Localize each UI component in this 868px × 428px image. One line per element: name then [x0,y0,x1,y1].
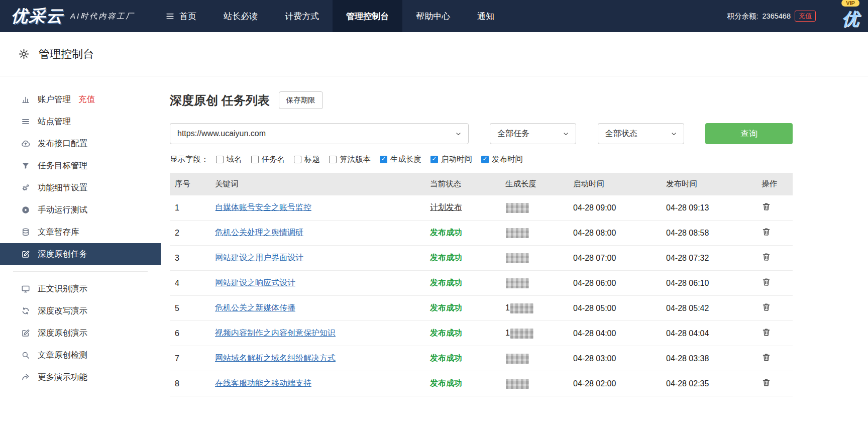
vip-widget[interactable]: VIP 优 [836,0,865,32]
sidebar-item-label: 文章原创检测 [38,350,87,361]
nav-items: 首页 站长必读 计费方式 管理控制台 帮助中心 通知 [152,0,508,32]
section-title: 深度原创 任务列表 [170,92,270,109]
sidebar-item-items-5[interactable]: 手动运行测试 [0,199,161,221]
keyword-link[interactable]: 网站域名解析之域名纠纷解决方式 [215,354,336,362]
page-header: 管理控制台 [0,32,868,76]
length-visible-digits: 1 [505,303,510,312]
keyword-link[interactable]: 危机公关之新媒体传播 [215,303,295,312]
start-time: 04-28 04:00 [568,321,661,346]
sidebar-item-label: 正文识别演示 [38,283,87,294]
checkbox-label: 算法版本 [340,154,371,165]
nav-item-2[interactable]: 计费方式 [271,0,333,32]
checkbox-label: 生成长度 [390,154,421,165]
display-field-checkbox[interactable]: 生成长度 [380,154,421,165]
masked-value [506,278,529,288]
delete-button[interactable] [762,302,771,312]
generation-length-cell [500,195,568,221]
checkbox-box [329,156,337,163]
publish-time: 04-28 08:58 [661,221,756,246]
logo-text: 优采云 [11,5,64,28]
arrow-right-icon [21,373,30,382]
display-field-checkbox[interactable]: 任务名 [251,154,285,165]
publish-time: 04-28 02:35 [661,371,756,396]
trash-icon [762,252,771,262]
filter-row: https://www.ucaiyun.com 全部任务 全部状态 查询 [170,123,793,144]
recharge-link[interactable]: 充值 [78,94,95,105]
keyword-link[interactable]: 在线客服功能之移动端支持 [215,379,311,387]
start-time: 04-28 02:00 [568,371,661,396]
row-index: 6 [170,321,210,346]
delete-button[interactable] [762,378,771,387]
generation-length-cell [500,221,568,246]
display-field-checkbox[interactable]: 启动时间 [430,154,472,165]
status-select[interactable]: 全部状态 [598,123,684,144]
domain-select[interactable]: https://www.ucaiyun.com [170,123,469,144]
display-fields-list: 域名 任务名 标题 算法版本 生成长度 启动时间 发布时间 [216,154,532,165]
nav-item-3[interactable]: 管理控制台 [333,0,402,32]
nav-item-label: 管理控制台 [346,11,389,22]
checkbox-box [251,156,259,163]
generation-length-cell: 1 [500,321,568,346]
delete-button[interactable] [762,328,771,337]
domain-select-value: https://www.ucaiyun.com [177,129,266,138]
table-row: 4 网站建设之响应式设计 发布成功 04-28 06:00 04-28 06:1… [170,271,793,296]
keyword-link[interactable]: 网站建设之响应式设计 [215,278,295,287]
start-time: 04-28 09:00 [568,195,661,221]
delete-button[interactable] [762,252,771,262]
nav-item-0[interactable]: 首页 [152,0,210,32]
sidebar-item-items-0[interactable]: 账户管理 充值 [0,88,161,111]
sidebar-item-items-7[interactable]: 深度原创任务 [0,243,161,265]
sidebar-item-demo_items-3[interactable]: 文章原创检测 [0,344,161,366]
status-text: 发布成功 [430,303,462,312]
points-balance: 积分余额: 2365468 充值 [727,0,816,32]
status-text: 发布成功 [430,379,462,387]
nav-item-label: 首页 [179,11,196,22]
status-select-value: 全部状态 [605,129,637,139]
nav-item-label: 通知 [477,11,494,22]
nav-item-4[interactable]: 帮助中心 [402,0,464,32]
masked-value [510,303,533,313]
delete-button[interactable] [762,277,771,287]
page-title: 管理控制台 [39,47,94,62]
sidebar-item-demo_items-0[interactable]: 正文识别演示 [0,278,161,300]
recharge-badge[interactable]: 充值 [795,11,816,22]
delete-button[interactable] [762,353,771,362]
generation-length-cell [500,246,568,271]
chevron-down-icon [562,130,570,138]
masked-value [506,253,529,263]
display-field-checkbox[interactable]: 域名 [216,154,242,165]
keyword-link[interactable]: 危机公关处理之舆情调研 [215,228,303,237]
nav-item-1[interactable]: 站长必读 [210,0,271,32]
status-text[interactable]: 计划发布 [430,203,462,211]
sidebar-item-demo_items-1[interactable]: 深度改写演示 [0,300,161,322]
publish-time: 04-28 06:10 [661,271,756,296]
vip-badge: VIP [841,0,859,7]
save-period-button[interactable]: 保存期限 [279,91,323,109]
keyword-link[interactable]: 视频内容制作之内容创意保护知识 [215,329,336,337]
sidebar-item-items-6[interactable]: 文章暂存库 [0,221,161,243]
task-type-select[interactable]: 全部任务 [490,123,576,144]
sidebar-item-demo_items-2[interactable]: 深度原创演示 [0,322,161,344]
delete-button[interactable] [762,227,771,237]
display-field-checkbox[interactable]: 发布时间 [481,154,523,165]
sidebar-item-items-1[interactable]: 站点管理 [0,111,161,133]
logo[interactable]: 优采云 AI时代内容工厂 [11,0,135,32]
sidebar-item-items-3[interactable]: 任务目标管理 [0,155,161,177]
table-row: 8 在线客服功能之移动端支持 发布成功 04-28 02:00 04-28 02… [170,371,793,396]
nav-item-5[interactable]: 通知 [464,0,508,32]
display-field-checkbox[interactable]: 标题 [294,154,320,165]
delete-button[interactable] [762,202,771,211]
table-row: 5 危机公关之新媒体传播 发布成功 1 04-28 05:00 04-28 05… [170,296,793,321]
sidebar-item-items-4[interactable]: 功能细节设置 [0,177,161,199]
sidebar-item-demo_items-4[interactable]: 更多演示功能 [0,366,161,388]
sidebar-item-items-2[interactable]: 发布接口配置 [0,133,161,155]
display-field-checkbox[interactable]: 算法版本 [329,154,371,165]
query-button[interactable]: 查询 [705,123,793,144]
length-visible-digits: 1 [505,329,510,337]
keyword-link[interactable]: 网站建设之用户界面设计 [215,253,303,262]
task-table: 序号关键词当前状态生成长度启动时间发布时间操作 1 自媒体账号安全之账号监控 计… [170,173,793,396]
keyword-link[interactable]: 自媒体账号安全之账号监控 [215,203,311,211]
row-index: 4 [170,271,210,296]
row-index: 1 [170,195,210,221]
nav-item-label: 计费方式 [285,11,319,22]
